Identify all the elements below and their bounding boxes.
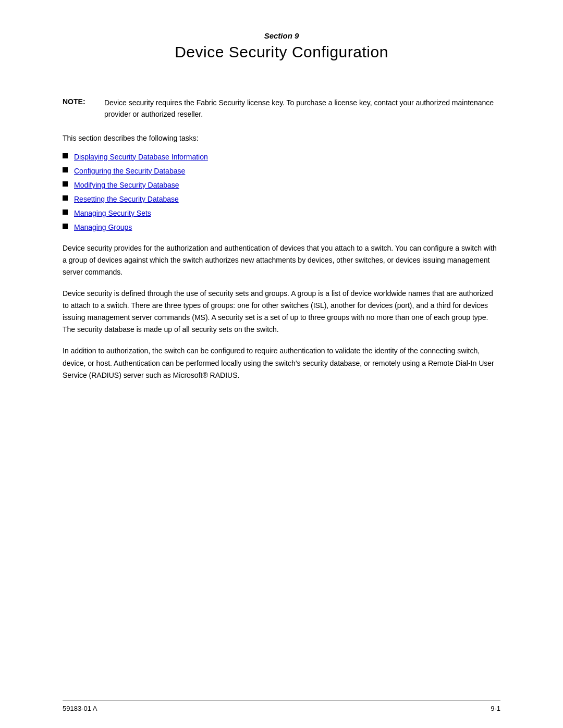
bullet-list: Displaying Security Database Information… xyxy=(63,152,500,233)
list-item: Configuring the Security Database xyxy=(63,166,500,177)
body-paragraph-1: Device security provides for the authori… xyxy=(63,242,500,278)
bullet-icon xyxy=(63,224,68,229)
header-section: Section 9 Device Security Configuration xyxy=(63,31,500,61)
footer-document-id: 59183-01 A xyxy=(63,705,97,712)
page-footer: 59183-01 A 9-1 xyxy=(63,700,500,712)
bullet-icon xyxy=(63,195,68,201)
link-managing-groups[interactable]: Managing Groups xyxy=(74,222,132,233)
note-label: NOTE: xyxy=(63,97,104,106)
note-block: NOTE: Device security requires the Fabri… xyxy=(63,97,500,120)
list-item: Modifying the Security Database xyxy=(63,180,500,191)
page-title: Device Security Configuration xyxy=(63,43,500,61)
link-displaying-security-database[interactable]: Displaying Security Database Information xyxy=(74,152,208,163)
list-item: Resetting the Security Database xyxy=(63,194,500,205)
link-managing-security-sets[interactable]: Managing Security Sets xyxy=(74,208,151,219)
bullet-icon xyxy=(63,167,68,172)
list-item: Managing Security Sets xyxy=(63,208,500,219)
section-label: Section 9 xyxy=(63,31,500,40)
bullet-icon xyxy=(63,209,68,215)
content-body: NOTE: Device security requires the Fabri… xyxy=(63,97,500,686)
body-paragraph-3: In addition to authorization, the switch… xyxy=(63,345,500,381)
bullet-icon xyxy=(63,153,68,158)
link-configuring-security-database[interactable]: Configuring the Security Database xyxy=(74,166,185,177)
intro-text: This section describes the following tas… xyxy=(63,132,500,144)
note-text: Device security requires the Fabric Secu… xyxy=(104,97,500,120)
page-container: Section 9 Device Security Configuration … xyxy=(0,0,563,728)
bullet-icon xyxy=(63,181,68,187)
list-item: Managing Groups xyxy=(63,222,500,233)
body-paragraph-2: Device security is defined through the u… xyxy=(63,288,500,336)
footer-page-number: 9-1 xyxy=(491,705,500,712)
link-resetting-security-database[interactable]: Resetting the Security Database xyxy=(74,194,179,205)
list-item: Displaying Security Database Information xyxy=(63,152,500,163)
link-modifying-security-database[interactable]: Modifying the Security Database xyxy=(74,180,179,191)
